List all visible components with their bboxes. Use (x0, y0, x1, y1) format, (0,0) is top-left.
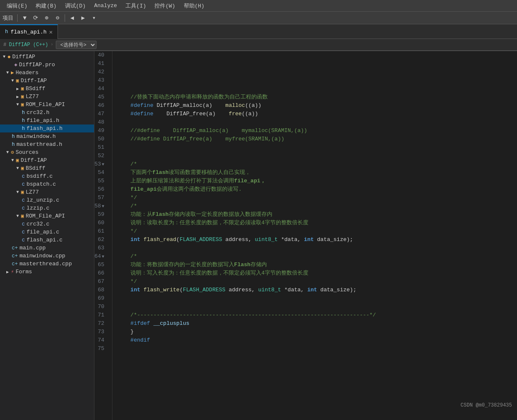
sidebar-label-bsdiff-s: BSdiff (26, 165, 45, 171)
toolbar-btn-right[interactable]: ▶ (78, 13, 88, 23)
code-72-macro: __cplusplus (153, 319, 189, 328)
sidebar-item-diff-iap-h[interactable]: ▼ ▣ Diff-IAP (0, 77, 94, 85)
sidebar-label-crc32-c: crc32.c (26, 221, 50, 227)
sidebar: ▼ ◆ DiffIAP ◈ DiffIAP.pro ▼ ▶ Headers ▼ … (0, 51, 94, 420)
code-line-72: #ifdef __cplusplus (118, 319, 517, 328)
sidebar-item-forms[interactable]: ▶ ⚡ Forms (0, 268, 94, 276)
code-line-53: /* (118, 160, 517, 169)
ln-64[interactable]: 64▼ (94, 252, 108, 261)
sidebar-item-flash-api-h[interactable]: h flash_api.h (0, 124, 94, 132)
sidebar-item-lz77-h[interactable]: ▶ ▣ LZ77 (0, 93, 94, 101)
symbol-class: DiffIAP (C++) (9, 42, 48, 48)
sidebar-item-rom-file-api-s[interactable]: ▼ ▣ ROM_File_API (0, 212, 94, 220)
crc32-c-icon: c (22, 221, 25, 227)
code-68-type1: FLASH_ADDRESS (183, 286, 225, 294)
ln-49: 49 (94, 127, 108, 135)
sidebar-item-bsdiff-h[interactable]: ▶ ▣ BSdiff (0, 85, 94, 93)
code-61-comment: */ (118, 227, 137, 236)
code-47-define: #define (118, 110, 167, 118)
sidebar-item-masterthread-cpp[interactable]: c+ masterthread.cpp (0, 260, 94, 268)
ln-41: 41 (94, 60, 108, 68)
code-56-comment: file_api (118, 185, 157, 194)
code-area: //替换下面动态内存申请和释放的函数为自己工程的函数 #define DiffI… (112, 51, 517, 420)
code-line-66: 说明：写入长度为：任意长度的数据，不限定必须写入4字节的整数倍长度 (118, 269, 517, 277)
code-editor[interactable]: 40 41 42 43 44 45 46 47 48 49 50 51 52 5… (94, 51, 517, 420)
code-46-paren: ((a)) (245, 101, 261, 110)
tab-file-icon: h (5, 29, 8, 35)
sidebar-label-file-api-c: file_api.c (26, 229, 59, 235)
sidebar-item-file-api-h[interactable]: h file_api.h (0, 117, 94, 124)
ln-66: 66 (94, 269, 108, 277)
sidebar-item-crc32-h[interactable]: h crc32.h (0, 109, 94, 117)
main-layout: ▼ ◆ DiffIAP ◈ DiffIAP.pro ▼ ▶ Headers ▼ … (0, 51, 517, 420)
menu-help[interactable]: 帮助(H) (180, 1, 208, 10)
sidebar-item-lzzip-c[interactable]: c lzzip.c (0, 204, 94, 212)
menu-tools[interactable]: 工具(I) (122, 1, 149, 10)
sidebar-item-headers[interactable]: ▼ ▶ Headers (0, 69, 94, 77)
sidebar-item-file-api-c[interactable]: c file_api.c (0, 228, 94, 236)
tab-close-btn[interactable]: ✕ (49, 29, 52, 36)
sidebar-item-flash-api-c[interactable]: c flash_api.c (0, 236, 94, 244)
toolbar-btn-down[interactable]: ▾ (89, 13, 99, 23)
sidebar-label-bspatch-c: bspatch.c (26, 181, 56, 187)
symbol-selector[interactable]: <选择符号> (56, 41, 97, 49)
code-73-brace: } (118, 328, 134, 336)
sidebar-item-sources[interactable]: ▼ ⚙ Sources (0, 148, 94, 156)
sidebar-item-mainwindow-h[interactable]: h mainwindow.h (0, 132, 94, 140)
arrow-diffIAP: ▼ (2, 54, 7, 59)
toolbar-btn-minus[interactable]: ⊖ (52, 13, 63, 23)
sidebar-item-mainwindow-cpp[interactable]: c+ mainwindow.cpp (0, 252, 94, 260)
sidebar-item-rom-file-api-h[interactable]: ▼ ▣ ROM_File_API (0, 101, 94, 109)
toolbar-btn-add[interactable]: ⊕ (42, 13, 52, 23)
ln-58[interactable]: 58▼ (94, 202, 108, 210)
mainwindow-h-icon: h (12, 134, 15, 140)
code-line-73: } (118, 328, 517, 336)
code-68-type2: uint8_t (258, 286, 281, 294)
code-55-bold: file_api， (234, 177, 266, 185)
toolbar: 项目 ▼ ⟳ ⊕ ⊖ ◀ ▶ ▾ (0, 12, 517, 24)
sidebar-label-file-api-h: file_api.h (26, 117, 59, 124)
ln-56: 56 (94, 185, 108, 194)
code-45-comment: //替换下面动态内存申请和释放的函数为自己工程的函数 (118, 93, 268, 101)
sidebar-item-diff-iap-s[interactable]: ▼ ▣ Diff-IAP (0, 156, 94, 164)
arrow-diff-iap-s: ▼ (10, 158, 15, 163)
toolbar-btn-sync[interactable]: ⟳ (31, 13, 41, 23)
menu-debug[interactable]: 调试(D) (62, 1, 89, 10)
sidebar-label-forms: Forms (16, 269, 32, 275)
ln-62: 62 (94, 236, 108, 244)
ln-53[interactable]: 53▼ (94, 160, 108, 169)
ln-40: 40 (94, 51, 108, 60)
menu-controls[interactable]: 控件(W) (151, 1, 178, 10)
code-line-60: 说明：读取长度为：任意长度的数据，不限定必须读取4字节的整数倍长度 (118, 219, 517, 227)
code-line-71: /*--------------------------------------… (118, 311, 517, 319)
toolbar-btn-filter[interactable]: ▼ (20, 13, 30, 23)
menu-analyze[interactable]: Analyze (91, 2, 120, 10)
code-56-rest: 会调用这两个函数进行数据的读写. (157, 185, 242, 194)
sidebar-label-mainwindow-h: mainwindow.h (16, 133, 56, 140)
tab-flash-api-h[interactable]: h flash_api.h ✕ (0, 24, 58, 39)
code-62-p1: ( (176, 236, 180, 244)
sidebar-item-diffIAP-root[interactable]: ▼ ◆ DiffIAP (0, 53, 94, 61)
sidebar-item-lz77-s[interactable]: ▼ ▣ LZ77 (0, 188, 94, 196)
code-47-arg: (a) (206, 110, 229, 118)
sidebar-item-bsdiff-c[interactable]: c bsdiff.c (0, 172, 94, 180)
code-49-comment: //#define DiffIAP_malloc(a) mymalloc(SRA… (118, 127, 307, 135)
code-62-p4: data_size); (314, 236, 353, 244)
sidebar-item-main-cpp[interactable]: c+ main.cpp (0, 244, 94, 252)
sidebar-item-bspatch-c[interactable]: c bspatch.c (0, 180, 94, 188)
menu-edit[interactable]: 编辑(E) (3, 1, 31, 10)
sidebar-item-diffIAP-pro[interactable]: ◈ DiffIAP.pro (0, 61, 94, 69)
menu-build[interactable]: 构建(B) (32, 1, 60, 10)
sidebar-item-masterthread-h[interactable]: h masterthread.h (0, 140, 94, 148)
toolbar-btn-left[interactable]: ◀ (67, 13, 77, 23)
sidebar-item-bsdiff-s[interactable]: ▼ ▣ BSdiff (0, 164, 94, 172)
sidebar-item-crc32-c[interactable]: c crc32.c (0, 220, 94, 228)
arrow-lz77-h: ▶ (15, 94, 20, 99)
code-line-46: #define DiffIAP_malloc(a) malloc((a)) (118, 101, 517, 110)
sidebar-item-lz-unzip-c[interactable]: c lz_unzip.c (0, 196, 94, 204)
ln-45: 45 (94, 93, 108, 101)
symbol-separator: › (51, 42, 53, 47)
code-62-int: int (118, 236, 144, 244)
bsdiff-folder-icon-h: ▣ (21, 86, 24, 92)
sidebar-label-lz77-s: LZ77 (26, 189, 39, 195)
